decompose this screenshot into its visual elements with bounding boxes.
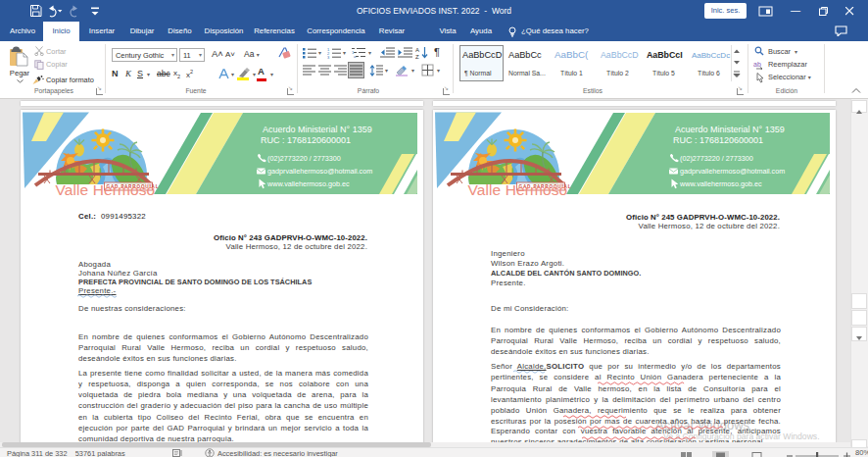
svg-text:(02)2773220 / 2773300: (02)2773220 / 2773300 [267,154,341,163]
svg-text:3: 3 [327,55,330,59]
svg-text:Acuerdo Ministerial N° 1359: Acuerdo Ministerial N° 1359 [263,125,372,134]
svg-text:gadprvallehermoso@hotmail.com: gadprvallehermoso@hotmail.com [267,167,372,176]
svg-text:RUC : 1768120600001: RUC : 1768120600001 [261,135,351,145]
svg-text:ab: ab [753,61,761,68]
svg-text:Z: Z [415,54,419,60]
svg-text:Valle Hermoso: Valle Hermoso [56,181,156,198]
svg-text:www.vallehermoso.gob.ec: www.vallehermoso.gob.ec [266,179,350,188]
svg-text:A: A [415,47,419,53]
